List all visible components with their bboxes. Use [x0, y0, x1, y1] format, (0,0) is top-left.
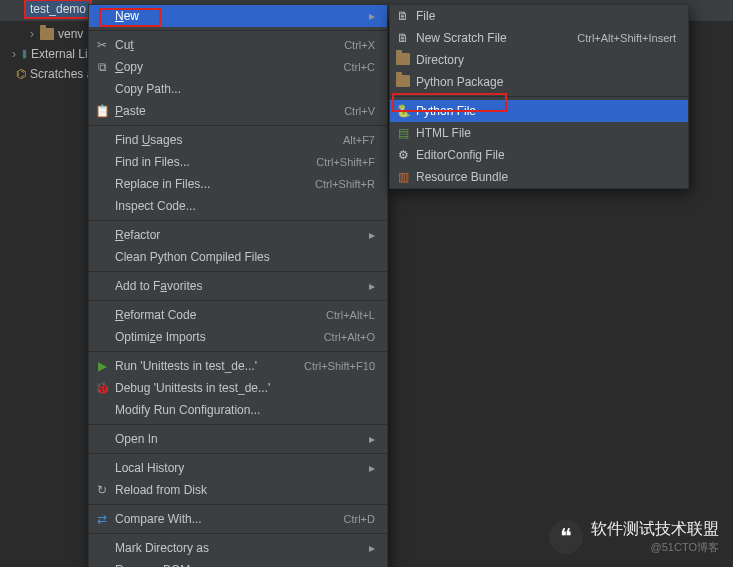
submenu-resource-bundle[interactable]: ▥ Resource Bundle [390, 166, 688, 188]
menu-label: Optimize Imports [115, 330, 206, 344]
file-icon: 🗎 [396, 9, 410, 23]
menu-separator [89, 504, 387, 505]
new-submenu: 🗎 File 🗎 New Scratch File Ctrl+Alt+Shift… [389, 4, 689, 189]
submenu-editorconfig[interactable]: ⚙ EditorConfig File [390, 144, 688, 166]
menu-copy[interactable]: ⧉ Copy Ctrl+C [89, 56, 387, 78]
menu-label: Find Usages [115, 133, 182, 147]
submenu-arrow-icon: ▸ [369, 279, 375, 293]
menu-refactor[interactable]: Refactor ▸ [89, 224, 387, 246]
wechat-icon: ❝ [549, 520, 583, 554]
shortcut: Ctrl+Shift+F10 [304, 360, 375, 372]
scissors-icon: ✂ [95, 38, 109, 52]
menu-compare-with[interactable]: ⇄ Compare With... Ctrl+D [89, 508, 387, 530]
submenu-arrow-icon: ▸ [369, 432, 375, 446]
menu-mark-directory[interactable]: Mark Directory as ▸ [89, 537, 387, 559]
menu-label: Paste [115, 104, 146, 118]
watermark-text: 软件测试技术联盟 [591, 519, 719, 540]
menu-separator [89, 453, 387, 454]
menu-debug[interactable]: 🐞 Debug 'Unittests in test_de...' [89, 377, 387, 399]
scratches-icon: ⌬ [16, 67, 26, 81]
tree-label: venv [58, 27, 83, 41]
menu-modify-run-config[interactable]: Modify Run Configuration... [89, 399, 387, 421]
folder-icon [396, 53, 410, 68]
submenu-python-file[interactable]: 🐍 Python File [390, 100, 688, 122]
menu-label: Mark Directory as [115, 541, 209, 555]
watermark: ❝ 软件测试技术联盟 @51CTO博客 [549, 519, 719, 555]
menu-separator [89, 30, 387, 31]
menu-separator [390, 96, 688, 97]
menu-label: Replace in Files... [115, 177, 210, 191]
shortcut: Alt+F7 [343, 134, 375, 146]
menu-add-favorites[interactable]: Add to Favorites ▸ [89, 275, 387, 297]
chevron-right-icon: › [28, 27, 36, 41]
menu-replace-in-files[interactable]: Replace in Files... Ctrl+Shift+R [89, 173, 387, 195]
submenu-label: New Scratch File [416, 31, 507, 45]
menu-label: Debug 'Unittests in test_de...' [115, 381, 270, 395]
chevron-right-icon: › [10, 47, 18, 61]
project-root-highlight: test_demo [24, 0, 92, 19]
folder-icon [40, 28, 54, 40]
menu-label: Cut [115, 38, 134, 52]
submenu-label: Python Package [416, 75, 503, 89]
menu-label: Find in Files... [115, 155, 190, 169]
submenu-label: EditorConfig File [416, 148, 505, 162]
menu-clean-python[interactable]: Clean Python Compiled Files [89, 246, 387, 268]
submenu-html-file[interactable]: ▤ HTML File [390, 122, 688, 144]
paste-icon: 📋 [95, 104, 109, 118]
run-icon: ▶ [95, 359, 109, 373]
menu-optimize-imports[interactable]: Optimize Imports Ctrl+Alt+O [89, 326, 387, 348]
watermark-source: @51CTO博客 [591, 540, 719, 555]
menu-local-history[interactable]: Local History ▸ [89, 457, 387, 479]
shortcut: Ctrl+Shift+F [316, 156, 375, 168]
menu-label: Reload from Disk [115, 483, 207, 497]
gear-icon: ⚙ [396, 148, 410, 162]
menu-reformat[interactable]: Reformat Code Ctrl+Alt+L [89, 304, 387, 326]
shortcut: Ctrl+Alt+Shift+Insert [577, 32, 676, 44]
menu-label: Add to Favorites [115, 279, 202, 293]
html-file-icon: ▤ [396, 126, 410, 140]
menu-label: Run 'Unittests in test_de...' [115, 359, 257, 373]
menu-cut[interactable]: ✂ Cut Ctrl+X [89, 34, 387, 56]
submenu-label: Python File [416, 104, 476, 118]
menu-separator [89, 533, 387, 534]
shortcut: Ctrl+Shift+R [315, 178, 375, 190]
menu-label: Refactor [115, 228, 160, 242]
submenu-arrow-icon: ▸ [369, 461, 375, 475]
folder-icon [396, 75, 410, 90]
submenu-label: Directory [416, 53, 464, 67]
menu-separator [89, 220, 387, 221]
menu-find-in-files[interactable]: Find in Files... Ctrl+Shift+F [89, 151, 387, 173]
submenu-label: File [416, 9, 435, 23]
menu-copy-path[interactable]: Copy Path... [89, 78, 387, 100]
menu-remove-bom[interactable]: Remove BOM [89, 559, 387, 567]
reload-icon: ↻ [95, 483, 109, 497]
context-menu: New ▸ ✂ Cut Ctrl+X ⧉ Copy Ctrl+C Copy Pa… [88, 4, 388, 567]
submenu-directory[interactable]: Directory [390, 49, 688, 71]
menu-separator [89, 271, 387, 272]
menu-label: Reformat Code [115, 308, 196, 322]
shortcut: Ctrl+Alt+L [326, 309, 375, 321]
menu-inspect-code[interactable]: Inspect Code... [89, 195, 387, 217]
submenu-python-package[interactable]: Python Package [390, 71, 688, 93]
menu-run[interactable]: ▶ Run 'Unittests in test_de...' Ctrl+Shi… [89, 355, 387, 377]
project-root-label: test_demo [30, 2, 86, 16]
shortcut: Ctrl+D [344, 513, 375, 525]
menu-open-in[interactable]: Open In ▸ [89, 428, 387, 450]
menu-label: Modify Run Configuration... [115, 403, 260, 417]
menu-paste[interactable]: 📋 Paste Ctrl+V [89, 100, 387, 122]
submenu-file[interactable]: 🗎 File [390, 5, 688, 27]
python-file-icon: 🐍 [396, 104, 410, 118]
menu-label: Remove BOM [115, 563, 190, 567]
menu-new[interactable]: New ▸ [89, 5, 387, 27]
submenu-scratch-file[interactable]: 🗎 New Scratch File Ctrl+Alt+Shift+Insert [390, 27, 688, 49]
menu-find-usages[interactable]: Find Usages Alt+F7 [89, 129, 387, 151]
menu-label: New [115, 9, 139, 23]
menu-reload-disk[interactable]: ↻ Reload from Disk [89, 479, 387, 501]
submenu-label: Resource Bundle [416, 170, 508, 184]
menu-separator [89, 351, 387, 352]
shortcut: Ctrl+V [344, 105, 375, 117]
menu-separator [89, 300, 387, 301]
menu-separator [89, 424, 387, 425]
menu-label: Open In [115, 432, 158, 446]
shortcut: Ctrl+C [344, 61, 375, 73]
